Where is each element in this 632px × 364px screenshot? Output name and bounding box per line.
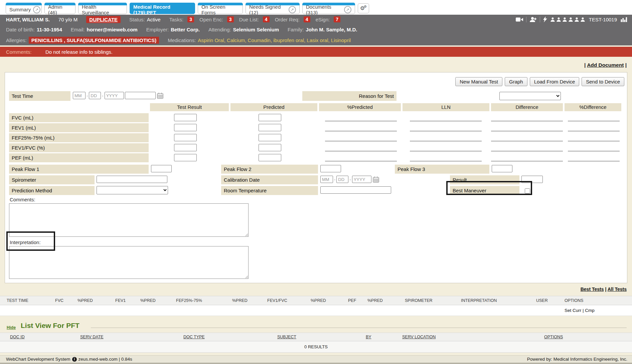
video-camera-icon[interactable] — [516, 17, 523, 22]
email-value: horner@mieweb.com — [87, 27, 137, 32]
list-view-empty-row: 0 RESULTS — [0, 341, 632, 353]
popout-icon[interactable]: ↗ — [33, 6, 40, 13]
best-maneuver-checkbox[interactable] — [525, 188, 530, 194]
info-icon[interactable]: i — [72, 357, 77, 362]
family-label: Family: — [288, 27, 304, 32]
tab-admin[interactable]: Admin (46) — [44, 3, 75, 14]
fev1-fvc-test-result-input[interactable] — [174, 144, 197, 151]
add-document-link[interactable]: Add Document — [587, 62, 624, 68]
tab-label: On Screen Forms — [201, 4, 239, 15]
fef-test-result-input[interactable] — [174, 134, 197, 141]
new-manual-test-button[interactable]: New Manual Test — [455, 77, 502, 86]
peak-flow-1-input[interactable] — [151, 165, 172, 172]
fev1-fvc-predicted-input[interactable] — [259, 144, 281, 151]
results-col-test-time: TEST TIME — [7, 296, 28, 305]
calibration-year-input[interactable] — [352, 176, 371, 183]
row-label-fvc: FVC (mL) — [9, 113, 149, 122]
duplicate-flag[interactable]: DUPLICATE — [86, 16, 121, 23]
all-tests-link[interactable]: All Tests — [608, 287, 627, 292]
peak-flow-3-input[interactable] — [492, 165, 512, 172]
list-view-rule — [91, 328, 627, 328]
list-col-by[interactable]: BY — [366, 333, 371, 341]
interpretation-textarea[interactable] — [9, 246, 249, 279]
fev1-fvc-difference-line — [491, 143, 563, 151]
pef-predicted-input[interactable] — [259, 154, 281, 161]
list-col-doc-id[interactable]: DOC ID — [10, 333, 25, 341]
open-enc-count-badge[interactable]: 3 — [227, 16, 234, 22]
calendar-icon[interactable] — [372, 176, 379, 183]
tasks-count-badge[interactable]: 3 — [187, 16, 194, 22]
pft-toolbar: New Manual Test Graph Load From Device S… — [455, 77, 624, 86]
best-tests-link[interactable]: Best Tests — [581, 287, 604, 292]
esign-count-badge[interactable]: 7 — [334, 16, 340, 22]
hide-list-link[interactable]: Hide — [7, 325, 16, 330]
allergies-chip[interactable]: PENICILLINS , SULFA(SULFONAMIDE ANTIBIOT… — [29, 37, 159, 44]
calibration-day-input[interactable] — [336, 176, 348, 183]
room-temperature-input[interactable] — [320, 186, 391, 194]
send-to-device-button[interactable]: Send to Device — [582, 77, 624, 86]
dob-label: Date of birth: — [6, 27, 35, 32]
order-req-count-badge[interactable]: 4 — [304, 16, 310, 22]
tab-needs-signed[interactable]: Needs Signed (12) ↗ — [246, 3, 300, 14]
row-label-pef: PEF (mL) — [9, 153, 149, 162]
set-curr-cmp-links[interactable]: Set Curr | Cmp — [565, 305, 595, 316]
tab-medical-record[interactable]: Medical Record (179):PFT — [130, 3, 195, 14]
list-col-doc-type[interactable]: DOC TYPE — [183, 333, 205, 341]
tab-bar: Summary ↗ Admin (46) Health Surveillance… — [0, 0, 632, 15]
pef-pct-predicted-line — [325, 153, 397, 161]
fef-predicted-input[interactable] — [259, 134, 281, 141]
comments-textarea[interactable] — [9, 203, 249, 237]
result-input[interactable] — [521, 176, 543, 183]
list-col-serv-date[interactable]: SERV DATE — [80, 333, 104, 341]
pef-lln-line — [410, 153, 482, 161]
popout-icon[interactable]: ↗ — [289, 6, 296, 13]
prediction-method-select[interactable] — [97, 186, 168, 194]
fev1-predicted-input[interactable] — [259, 124, 281, 131]
tab-summary[interactable]: Summary ↗ — [6, 3, 42, 14]
family-value: John M. Sample, M.D. — [306, 27, 357, 32]
fev1-test-result-input[interactable] — [174, 124, 197, 131]
tab-health-surveillance[interactable]: Health Surveillance — [78, 3, 127, 14]
census-person-icons[interactable] — [550, 17, 585, 22]
pef-test-result-input[interactable] — [174, 154, 197, 161]
status-label: Status: — [129, 17, 145, 22]
test-time-day-input[interactable] — [89, 92, 101, 99]
reason-for-test-select[interactable] — [499, 92, 561, 100]
medications-list[interactable]: Aspirin Oral, Calcium, Coumadin, ibuprof… — [198, 37, 351, 43]
results-col-fev1-fvc: FEV1/FVC — [267, 296, 287, 305]
calendar-icon[interactable] — [157, 92, 164, 99]
popout-icon[interactable]: ↗ — [344, 6, 351, 13]
fev1-lln-line — [410, 123, 482, 131]
comments-alert-text: Do not release info to siblings. — [45, 49, 113, 55]
bar-chart-icon[interactable] — [621, 17, 627, 22]
list-col-serv-location[interactable]: SERV LOCATION — [402, 333, 436, 341]
tab-on-screen-forms[interactable]: On Screen Forms — [198, 3, 243, 14]
peak-flow-3-label: Peak Flow 3 — [395, 165, 489, 174]
list-view-header: DOC ID SERV DATE DOC TYPE SUBJECT BY SER… — [0, 333, 632, 341]
test-time-year-input[interactable] — [105, 92, 124, 99]
fvc-predicted-input[interactable] — [259, 114, 281, 121]
test-time-time-input[interactable] — [125, 92, 156, 99]
list-col-options[interactable]: OPTIONS — [544, 333, 563, 341]
status-value: Active — [147, 17, 161, 22]
tab-documents[interactable]: Documents (313) ↗ — [302, 3, 355, 14]
fvc-pct-difference-line — [568, 113, 620, 121]
test-time-month-input[interactable] — [73, 92, 86, 99]
add-person-icon[interactable] — [529, 17, 537, 22]
peak-flow-2-input[interactable] — [320, 165, 341, 172]
attending-value: Selenium Selenium — [233, 27, 279, 32]
dob-value: 11-30-1954 — [37, 27, 62, 32]
person-icon — [574, 17, 579, 22]
email-label: Email: — [71, 27, 85, 32]
calibration-month-input[interactable] — [320, 176, 333, 183]
graph-button[interactable]: Graph — [505, 77, 527, 86]
spirometer-input[interactable] — [97, 176, 167, 183]
tab-label: Health Surveillance — [82, 4, 123, 15]
list-col-subject[interactable]: SUBJECT — [277, 333, 296, 341]
prediction-method-label: Prediction Method — [9, 186, 95, 195]
settings-gears-icon[interactable]: ⚙⚙ — [358, 3, 369, 13]
load-from-device-button[interactable]: Load From Device — [530, 77, 580, 86]
due-list-count-badge[interactable]: 4 — [263, 16, 270, 22]
fvc-test-result-input[interactable] — [174, 114, 197, 121]
lightning-icon[interactable] — [543, 16, 547, 22]
